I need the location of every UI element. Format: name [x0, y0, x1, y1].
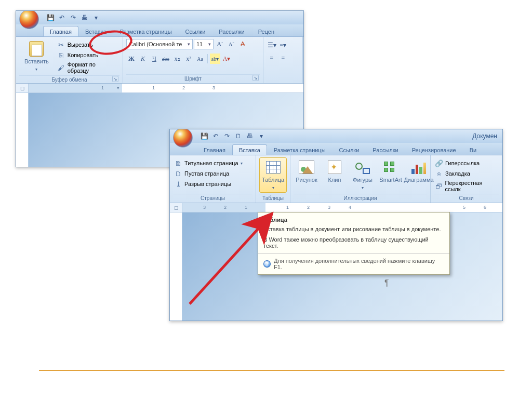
align-center-icon[interactable]: ≡: [278, 52, 288, 63]
shapes-button[interactable]: Фигуры: [350, 157, 376, 193]
tab-review[interactable]: Рецен: [251, 26, 281, 36]
tab-references[interactable]: Ссылки: [179, 26, 212, 36]
horizontal-ruler[interactable]: 3 2 1 1 2 3 4 5 6: [182, 203, 502, 212]
undo-icon[interactable]: ↶: [211, 132, 220, 140]
hyperlink-button[interactable]: 🔗 Гиперссылка: [434, 158, 481, 168]
shrink-font-icon[interactable]: Aˇ: [226, 39, 236, 49]
title-bar: 💾 ↶ ↷ 🗋 🖶 ▾ Докумен: [170, 129, 502, 143]
clear-format-icon[interactable]: A̶: [237, 39, 248, 49]
page-break-icon: ⤓: [174, 180, 182, 188]
smartart-label: SmartArt: [379, 177, 402, 183]
table-label: Таблица: [262, 177, 284, 191]
clipart-button[interactable]: Клип: [322, 157, 348, 184]
crossref-icon: 🗗: [435, 182, 443, 190]
numbering-icon[interactable]: ≡▾: [278, 40, 288, 50]
page-break-button[interactable]: ⤓ Разрыв страницы: [173, 179, 232, 189]
ribbon: Вставить ✂ Вырезать ⎘ Копировать 🖌 Форма…: [16, 37, 303, 84]
redo-icon[interactable]: ↷: [69, 14, 77, 22]
superscript-button[interactable]: x²: [183, 54, 194, 64]
smartart-icon: [383, 161, 398, 174]
title-bar: 💾 ↶ ↷ 🖶 ▾: [16, 11, 303, 24]
copy-label: Копировать: [68, 52, 98, 58]
chart-button[interactable]: Диаграмма: [406, 157, 432, 184]
dialog-launcher-icon[interactable]: ↘: [112, 76, 118, 82]
strike-button[interactable]: abe: [161, 54, 171, 64]
save-icon[interactable]: 💾: [200, 132, 208, 140]
quick-access-toolbar: 💾 ↶ ↷ 🗋 🖶 ▾: [200, 132, 265, 140]
quickprint-icon[interactable]: 🖶: [81, 14, 89, 22]
chart-icon: [411, 161, 426, 174]
group-illustrations: Рисунок Клип Фигуры SmartArt: [290, 155, 431, 203]
group-label-tables: Таблицы: [259, 194, 287, 202]
tab-home[interactable]: Главная: [43, 26, 78, 36]
cover-page-button[interactable]: 🗎 Титульная страница▾: [173, 158, 244, 168]
chart-label: Диаграмма: [404, 177, 433, 183]
font-size-combo[interactable]: 11▾: [194, 39, 214, 49]
save-icon[interactable]: 💾: [46, 14, 55, 22]
picture-label: Рисунок: [296, 177, 317, 183]
table-button[interactable]: Таблица: [259, 157, 287, 193]
tab-insert[interactable]: Вставка: [232, 144, 267, 155]
tooltip-help-row: ? Для получения дополнительных сведений …: [263, 258, 444, 270]
window-title: Докумен: [472, 132, 497, 140]
blank-page-label: Пустая страница: [184, 170, 229, 177]
group-pages: 🗎 Титульная страница▾ 🗋 Пустая страница …: [170, 155, 256, 203]
tab-references[interactable]: Ссылки: [332, 144, 366, 155]
tab-home[interactable]: Главная: [197, 144, 232, 155]
separator: [207, 54, 208, 63]
bullets-icon[interactable]: ☰▾: [267, 40, 277, 50]
subscript-button[interactable]: x₂: [172, 54, 182, 64]
align-left-icon[interactable]: ≡: [267, 52, 277, 63]
smartart-button[interactable]: SmartArt: [378, 157, 404, 184]
undo-icon[interactable]: ↶: [58, 14, 66, 22]
qat-more-icon[interactable]: ▾: [92, 14, 100, 22]
cover-page-icon: 🗎: [174, 159, 182, 167]
hyperlink-icon: 🔗: [435, 159, 443, 167]
clipart-label: Клип: [328, 177, 341, 183]
paste-label: Вставить: [23, 58, 50, 73]
group-links: 🔗 Гиперссылка ⍟ Закладка 🗗 Перекрестная …: [431, 155, 502, 203]
paragraph-mark: ¶: [384, 278, 389, 288]
font-color-button[interactable]: A▾: [221, 54, 232, 64]
italic-button[interactable]: К: [138, 54, 148, 64]
vertical-ruler[interactable]: [170, 212, 182, 321]
tab-mailings[interactable]: Рассылки: [366, 144, 405, 155]
shapes-label: Фигуры: [353, 177, 373, 191]
group-font: Calibri (Основной те▾ 11▾ Aˆ Aˇ A̶ Ж К Ч…: [123, 37, 263, 83]
crossref-button[interactable]: 🗗 Перекрестная ссылк: [434, 179, 499, 193]
dialog-launcher-icon[interactable]: ↘: [252, 75, 259, 81]
table-icon: [266, 161, 281, 174]
qat-more-icon[interactable]: ▾: [257, 132, 265, 140]
horizontal-ruler[interactable]: ▾ 1 1 2 3: [29, 84, 303, 92]
grow-font-icon[interactable]: Aˆ: [215, 39, 225, 49]
underline-button[interactable]: Ч: [149, 54, 159, 64]
bookmark-button[interactable]: ⍟ Закладка: [434, 169, 471, 178]
ruler-corner-toggle[interactable]: ◻: [16, 84, 29, 92]
page-break-label: Разрыв страницы: [184, 181, 231, 187]
bold-button[interactable]: Ж: [126, 54, 137, 64]
new-icon[interactable]: 🗋: [234, 132, 243, 140]
picture-button[interactable]: Рисунок: [294, 157, 320, 184]
paste-button[interactable]: Вставить: [19, 39, 54, 74]
blank-page-button[interactable]: 🗋 Пустая страница: [173, 169, 230, 178]
ribbon-tabs: Главная Вставка Разметка страницы Ссылки…: [16, 24, 303, 37]
change-case-button[interactable]: Aa: [195, 54, 205, 64]
quickprint-icon[interactable]: 🖶: [246, 132, 254, 140]
group-label-illustrations: Иллюстрации: [294, 194, 427, 202]
font-name-combo[interactable]: Calibri (Основной те▾: [126, 39, 193, 49]
group-label-clipboard: Буфер обмена ↘: [19, 75, 119, 83]
highlight-button[interactable]: ab▾: [210, 54, 220, 64]
tab-mailings[interactable]: Рассылки: [212, 26, 251, 36]
scissors-icon: ✂: [57, 41, 65, 49]
ruler-row: ◻ ▾ 1 1 2 3: [16, 84, 303, 93]
tab-review[interactable]: Рецензирование: [405, 144, 463, 155]
ruler-corner-toggle[interactable]: ◻: [170, 203, 182, 212]
font-name-value: Calibri (Основной те: [129, 41, 182, 47]
format-painter-button[interactable]: 🖌 Формат по образцу: [56, 61, 119, 74]
redo-icon[interactable]: ↷: [223, 132, 231, 140]
tab-view[interactable]: Ви: [463, 144, 483, 155]
tooltip-title: Таблица: [263, 217, 444, 223]
tab-pagelayout[interactable]: Разметка страницы: [267, 144, 332, 155]
ribbon-tabs: Главная Вставка Разметка страницы Ссылки…: [170, 143, 502, 155]
vertical-ruler[interactable]: [16, 93, 29, 167]
